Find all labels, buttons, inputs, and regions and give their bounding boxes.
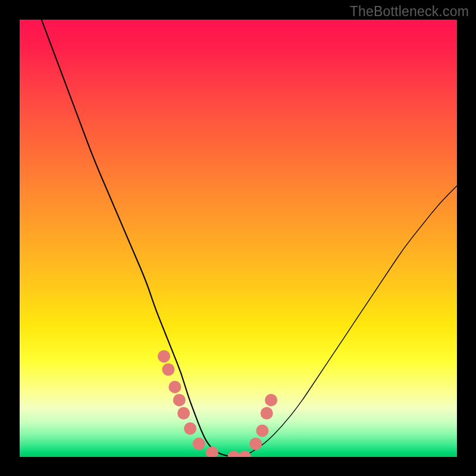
- chart-stage: TheBottleneck.com: [0, 0, 476, 476]
- curve-layer: [20, 20, 457, 457]
- highlight-dot: [261, 407, 273, 419]
- highlight-dot: [256, 424, 268, 437]
- bottleneck-curve: [42, 20, 247, 456]
- highlight-dot: [228, 451, 240, 458]
- highlight-dot: [158, 350, 170, 362]
- plot-area: [20, 20, 457, 457]
- highlight-dot: [184, 422, 196, 435]
- watermark-text: TheBottleneck.com: [350, 4, 469, 20]
- highlight-dot: [206, 446, 218, 457]
- highlight-dot: [193, 437, 205, 450]
- highlight-dot: [239, 451, 251, 458]
- highlight-dot: [177, 407, 190, 419]
- highlight-dot: [173, 394, 186, 406]
- highlight-dots: [158, 350, 277, 457]
- highlight-dot: [249, 437, 262, 450]
- bottleneck-curve-right: [247, 186, 457, 455]
- highlight-dot: [168, 381, 181, 393]
- highlight-dot: [265, 394, 277, 406]
- highlight-dot: [162, 364, 174, 376]
